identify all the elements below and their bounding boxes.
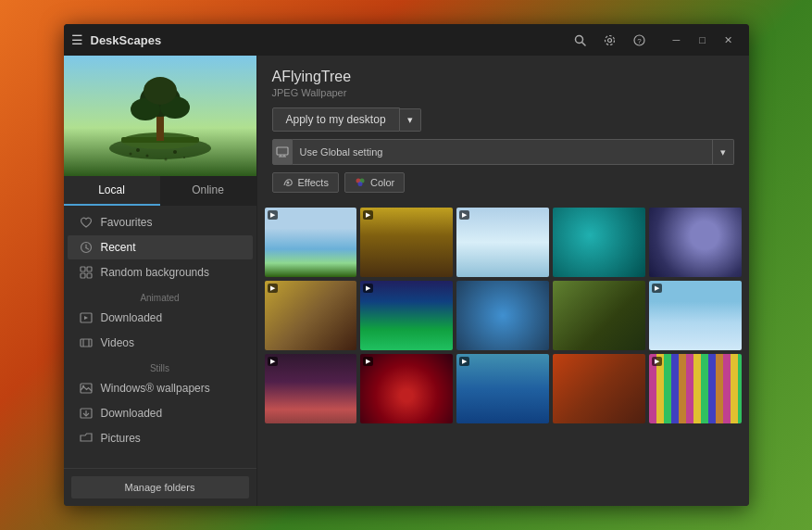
- grid-item[interactable]: ▶: [456, 208, 549, 277]
- help-button[interactable]: ?: [627, 27, 653, 53]
- effects-icon: [282, 177, 294, 188]
- effects-button[interactable]: Effects: [272, 172, 339, 193]
- svg-line-23: [86, 248, 89, 250]
- wallpaper-grid: ▶ ▶ ▶: [265, 208, 742, 423]
- svg-text:?: ?: [637, 37, 642, 45]
- grid-thumbnail: [456, 208, 549, 277]
- svg-point-12: [129, 153, 131, 156]
- video-badge: ▶: [459, 357, 469, 366]
- sidebar-item-downloaded-stills[interactable]: Downloaded: [68, 401, 253, 425]
- search-button[interactable]: [568, 27, 593, 53]
- videos-label: Videos: [101, 336, 134, 349]
- grid-thumbnail: [553, 281, 645, 350]
- grid-item[interactable]: ▶: [265, 281, 357, 350]
- video-badge: ▶: [652, 284, 662, 293]
- global-dropdown-button[interactable]: ▾: [713, 139, 734, 165]
- global-setting-select[interactable]: Use Global setting: [293, 139, 713, 165]
- grid-thumbnail: [456, 281, 549, 350]
- maximize-button[interactable]: □: [690, 27, 716, 53]
- svg-rect-37: [277, 147, 288, 155]
- shuffle-icon: [79, 265, 94, 280]
- video-badge: ▶: [363, 284, 373, 293]
- global-setting-row: Use Global setting ▾: [272, 139, 734, 165]
- settings-button[interactable]: [597, 27, 623, 53]
- svg-rect-27: [87, 273, 92, 278]
- wallpaper-info: AFlyingTree JPEG Wallpaper Apply to my d…: [257, 56, 749, 202]
- svg-point-11: [145, 155, 148, 158]
- apply-button[interactable]: Apply to my desktop: [272, 107, 400, 132]
- apply-dropdown-button[interactable]: ▾: [400, 108, 421, 132]
- wallpaper-grid-container: ▶ ▶ ▶: [257, 202, 749, 506]
- svg-marker-29: [84, 316, 88, 320]
- svg-rect-30: [81, 339, 92, 347]
- film-icon: [79, 335, 94, 350]
- grid-thumbnail: [265, 281, 357, 350]
- minimize-button[interactable]: ─: [664, 27, 690, 53]
- video-badge: ▶: [268, 357, 278, 366]
- color-button[interactable]: Color: [344, 172, 405, 193]
- sidebar-item-downloaded-animated[interactable]: Downloaded: [68, 306, 253, 330]
- color-label: Color: [370, 177, 394, 188]
- grid-item[interactable]: [456, 281, 549, 350]
- heart-icon: [79, 215, 94, 230]
- grid-item[interactable]: ▶: [649, 354, 742, 423]
- manage-folders-button[interactable]: Manage folders: [71, 476, 249, 498]
- main-window: ☰ DeskScapes ?: [64, 24, 749, 506]
- color-icon: [355, 177, 366, 188]
- recent-label: Recent: [101, 241, 136, 254]
- random-label: Random backgrounds: [101, 266, 209, 279]
- grid-thumbnail: [553, 354, 645, 423]
- grid-item[interactable]: [553, 354, 645, 423]
- video-badge: ▶: [459, 210, 469, 220]
- clock-icon: [79, 240, 94, 255]
- folder-icon: [79, 431, 94, 446]
- sidebar-item-random[interactable]: Random backgrounds: [68, 260, 253, 284]
- sidebar-item-pictures[interactable]: Pictures: [68, 426, 253, 450]
- window-controls: ─ □ ✕: [664, 27, 742, 53]
- svg-point-10: [136, 148, 140, 152]
- svg-point-2: [608, 38, 612, 42]
- left-panel: Local Online Favourites: [64, 56, 256, 506]
- grid-item[interactable]: ▶: [649, 281, 742, 350]
- svg-point-14: [183, 157, 185, 158]
- menu-icon[interactable]: ☰: [71, 32, 83, 47]
- video-badge: ▶: [363, 210, 373, 220]
- grid-item[interactable]: ▶: [265, 354, 357, 423]
- close-button[interactable]: ✕: [716, 27, 742, 53]
- effects-label: Effects: [298, 177, 329, 188]
- grid-item[interactable]: [553, 281, 645, 350]
- sidebar-item-videos[interactable]: Videos: [68, 331, 253, 355]
- svg-line-1: [582, 42, 586, 45]
- svg-point-44: [357, 182, 362, 186]
- grid-item[interactable]: [553, 208, 645, 277]
- tab-local[interactable]: Local: [64, 176, 160, 206]
- sidebar-item-favourites[interactable]: Favourites: [68, 210, 253, 234]
- grid-thumbnail: [265, 208, 357, 277]
- title-bar: ☰ DeskScapes ?: [64, 24, 749, 56]
- downloaded-animated-label: Downloaded: [101, 311, 163, 324]
- svg-rect-26: [81, 273, 85, 278]
- video-badge: ▶: [363, 357, 373, 366]
- tab-online[interactable]: Online: [160, 176, 256, 206]
- svg-point-41: [286, 182, 289, 184]
- grid-item[interactable]: [649, 208, 742, 277]
- stills-section-label: Stills: [64, 356, 256, 375]
- downloaded-stills-label: Downloaded: [101, 407, 163, 420]
- grid-item[interactable]: ▶: [265, 208, 357, 277]
- sidebar-nav: Favourites Recent: [64, 206, 256, 468]
- grid-item[interactable]: ▶: [456, 354, 549, 423]
- grid-item[interactable]: ▶: [360, 208, 453, 277]
- grid-item[interactable]: ▶: [360, 281, 453, 350]
- grid-thumbnail: [360, 208, 453, 277]
- grid-thumbnail: [360, 354, 453, 423]
- grid-item[interactable]: ▶: [360, 354, 453, 423]
- svg-rect-25: [87, 267, 92, 271]
- sidebar-item-recent[interactable]: Recent: [68, 235, 253, 259]
- title-bar-right: ? ─ □ ✕: [568, 27, 742, 53]
- content-area: Local Online Favourites: [64, 56, 749, 506]
- grid-thumbnail: [360, 281, 453, 350]
- grid-thumbnail: [649, 281, 742, 350]
- sidebar-item-windows-wallpapers[interactable]: Windows® wallpapers: [68, 376, 253, 400]
- grid-thumbnail: [456, 354, 549, 423]
- grid-thumbnail: [649, 354, 742, 423]
